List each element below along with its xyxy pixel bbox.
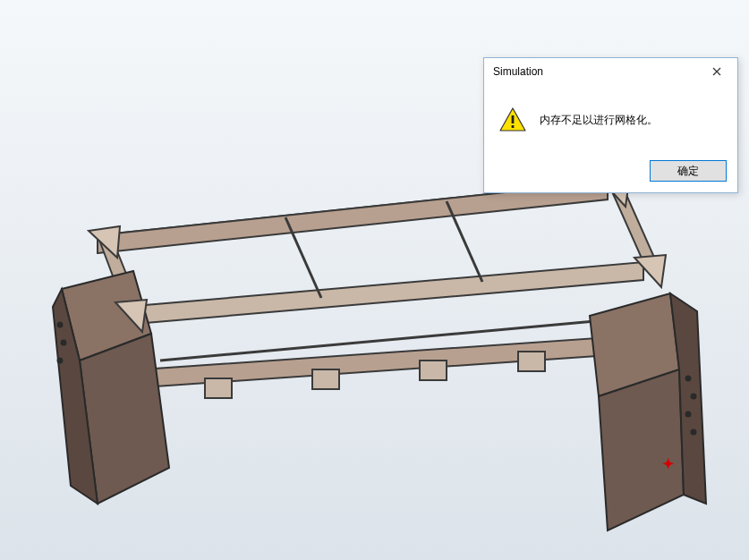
cad-viewport[interactable]: ✦ Simulation 内存不足以进行网格化。 确定 <box>0 0 749 560</box>
svg-point-6 <box>685 412 690 417</box>
svg-rect-2 <box>420 361 447 380</box>
origin-marker-icon: ✦ <box>662 455 674 472</box>
dialog-message: 内存不足以进行网格化。 <box>540 113 658 128</box>
ok-button[interactable]: 确定 <box>650 160 727 182</box>
svg-point-8 <box>57 323 62 327</box>
dialog-title: Simulation <box>493 65 543 78</box>
simulation-dialog: Simulation 内存不足以进行网格化。 确定 <box>483 57 738 193</box>
svg-point-9 <box>61 341 65 345</box>
svg-point-4 <box>685 377 690 381</box>
dialog-body: 内存不足以进行网格化。 <box>484 85 737 151</box>
warning-icon <box>498 106 527 133</box>
svg-rect-1 <box>312 369 339 389</box>
close-button[interactable] <box>702 62 732 81</box>
svg-point-5 <box>691 395 695 399</box>
close-icon <box>712 67 721 76</box>
svg-point-7 <box>691 430 695 435</box>
svg-rect-3 <box>518 352 545 371</box>
dialog-titlebar[interactable]: Simulation <box>484 58 737 85</box>
dialog-footer: 确定 <box>484 151 737 192</box>
svg-point-10 <box>57 359 62 363</box>
svg-rect-11 <box>512 115 515 123</box>
svg-rect-12 <box>512 125 515 128</box>
svg-rect-0 <box>205 378 232 398</box>
